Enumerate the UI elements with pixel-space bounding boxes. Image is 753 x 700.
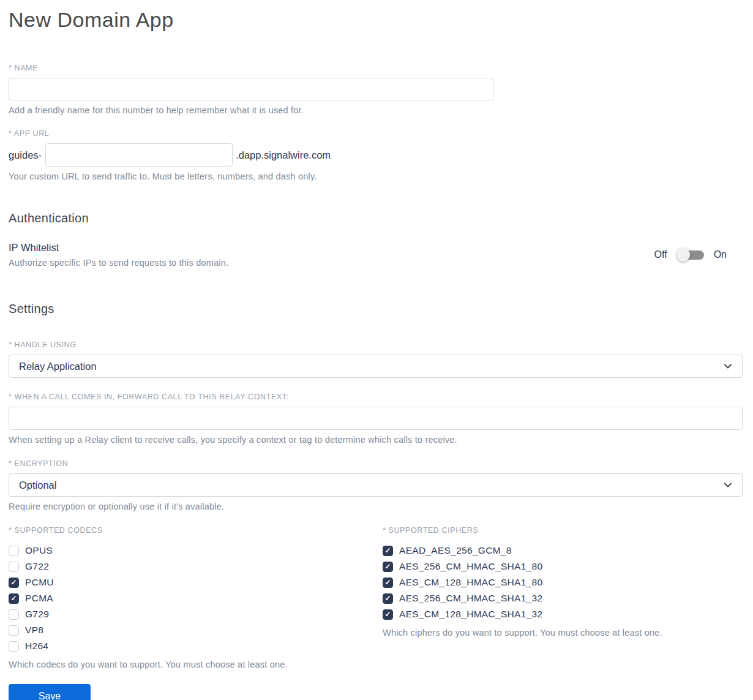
codec-checkbox[interactable]: ✓: [9, 593, 19, 604]
codec-checkbox-row[interactable]: ✓ PCMA: [9, 590, 383, 606]
ip-whitelist-toggle-group: Off On: [654, 247, 743, 262]
toggle-on-label: On: [714, 249, 727, 260]
codec-checkbox[interactable]: ✓: [9, 546, 19, 556]
codec-checkbox-row[interactable]: ✓ G729: [9, 606, 383, 622]
cipher-checkbox-label: AES_256_CM_HMAC_SHA1_80: [399, 561, 542, 572]
handle-using-selected-value: Relay Application: [19, 361, 97, 372]
settings-heading: Settings: [9, 302, 743, 316]
encryption-label: * ENCRYPTION: [9, 459, 743, 468]
relay-context-input[interactable]: [9, 407, 743, 430]
cipher-checkbox-row[interactable]: ✓ AES_CM_128_HMAC_SHA1_80: [383, 574, 743, 590]
cipher-checkbox-label: AEAD_AES_256_GCM_8: [399, 545, 512, 556]
ip-whitelist-label: IP Whitelist: [9, 242, 228, 254]
codec-checkbox-row[interactable]: ✓ OPUS: [9, 543, 383, 559]
codec-checkbox-label: G722: [25, 561, 49, 572]
codec-checkbox[interactable]: ✓: [9, 625, 19, 636]
supported-ciphers-label: * SUPPORTED CIPHERS: [383, 526, 743, 535]
cipher-checkbox-row[interactable]: ✓ AES_CM_128_HMAC_SHA1_32: [383, 606, 743, 622]
relay-context-label: * WHEN A CALL COMES IN, FORWARD CALL TO …: [9, 393, 743, 401]
check-icon: ✓: [384, 595, 391, 602]
app-url-suffix: .dapp.signalwire.com: [236, 149, 331, 161]
authentication-heading: Authentication: [9, 211, 743, 225]
check-icon: ✓: [384, 579, 391, 586]
supported-codecs-label: * SUPPORTED CODECS: [9, 526, 383, 535]
check-icon: ✓: [10, 579, 17, 586]
cipher-checkbox-row[interactable]: ✓ AEAD_AES_256_GCM_8: [383, 543, 743, 559]
relay-context-help-text: When setting up a Relay client to receiv…: [9, 435, 743, 445]
cipher-checkbox[interactable]: ✓: [383, 562, 393, 572]
cipher-checkbox[interactable]: ✓: [383, 578, 393, 588]
cipher-checkbox[interactable]: ✓: [383, 609, 393, 620]
cipher-checkbox-label: AES_256_CM_HMAC_SHA1_32: [399, 593, 542, 604]
name-label: * NAME: [9, 64, 743, 72]
handle-using-label: * HANDLE USING: [9, 341, 743, 349]
ciphers-help-text: Which ciphers do you want to support. Yo…: [383, 628, 743, 638]
ip-whitelist-text-block: IP Whitelist Authorize specific IPs to s…: [9, 242, 228, 268]
ip-whitelist-toggle[interactable]: [676, 247, 705, 262]
encryption-selected-value: Optional: [19, 480, 56, 491]
save-button[interactable]: Save: [9, 684, 91, 700]
ip-whitelist-row: IP Whitelist Authorize specific IPs to s…: [9, 242, 743, 268]
name-input[interactable]: [9, 78, 493, 100]
name-field-group: * NAME Add a friendly name for this numb…: [9, 64, 743, 115]
ip-whitelist-help-text: Authorize specific IPs to send requests …: [9, 258, 228, 268]
codec-checkbox[interactable]: ✓: [9, 641, 19, 652]
relay-context-group: * WHEN A CALL COMES IN, FORWARD CALL TO …: [9, 393, 743, 445]
check-icon: ✓: [384, 563, 391, 570]
app-url-help-text: Your custom URL to send traffic to. Must…: [9, 171, 743, 181]
check-icon: ✓: [10, 595, 17, 602]
toggle-off-label: Off: [654, 249, 667, 260]
cipher-checkbox-row[interactable]: ✓ AES_256_CM_HMAC_SHA1_32: [383, 590, 743, 606]
ciphers-checkbox-list: ✓ AEAD_AES_256_GCM_8 ✓ AES_256_CM_HMAC_S…: [383, 543, 743, 622]
app-url-input[interactable]: [45, 143, 233, 167]
encryption-help-text: Require encryption or optionally use it …: [9, 502, 743, 511]
cipher-checkbox-label: AES_CM_128_HMAC_SHA1_80: [399, 577, 542, 588]
codec-checkbox[interactable]: ✓: [9, 609, 19, 620]
supported-ciphers-column: * SUPPORTED CIPHERS ✓ AEAD_AES_256_GCM_8…: [383, 526, 743, 669]
chevron-down-icon: [724, 481, 732, 489]
codecs-help-text: Which codecs do you want to support. You…: [9, 660, 383, 669]
cipher-checkbox-row[interactable]: ✓ AES_256_CM_HMAC_SHA1_80: [383, 559, 743, 574]
codecs-ciphers-columns: * SUPPORTED CODECS ✓ OPUS ✓ G722 ✓: [9, 526, 743, 669]
codecs-checkbox-list: ✓ OPUS ✓ G722 ✓ PCMU ✓: [9, 543, 383, 654]
app-url-prefix: guides-: [9, 149, 42, 161]
codec-checkbox[interactable]: ✓: [9, 562, 19, 572]
encryption-group: * ENCRYPTION Optional Require encryption…: [9, 459, 743, 511]
codec-checkbox-row[interactable]: ✓ G722: [9, 559, 383, 574]
supported-codecs-column: * SUPPORTED CODECS ✓ OPUS ✓ G722 ✓: [9, 526, 383, 669]
app-url-group: * APP URL guides- .dapp.signalwire.com Y…: [9, 129, 743, 181]
handle-using-select[interactable]: Relay Application: [9, 355, 743, 378]
name-help-text: Add a friendly name for this number to h…: [9, 105, 743, 115]
codec-checkbox-label: G729: [25, 609, 49, 620]
codec-checkbox-label: H264: [25, 641, 48, 652]
codec-checkbox-row[interactable]: ✓ H264: [9, 638, 383, 654]
codec-checkbox-label: PCMA: [25, 593, 53, 604]
cipher-checkbox-label: AES_CM_128_HMAC_SHA1_32: [399, 609, 542, 620]
encryption-select[interactable]: Optional: [9, 473, 743, 497]
new-domain-app-page: New Domain App * NAME Add a friendly nam…: [0, 0, 753, 700]
toggle-knob-icon: [676, 248, 690, 262]
codec-checkbox-label: OPUS: [25, 545, 53, 556]
app-url-row: guides- .dapp.signalwire.com: [9, 143, 743, 167]
cipher-checkbox[interactable]: ✓: [383, 593, 393, 604]
app-url-label: * APP URL: [9, 129, 743, 138]
handle-using-group: * HANDLE USING Relay Application: [9, 341, 743, 378]
codec-checkbox-row[interactable]: ✓ PCMU: [9, 574, 383, 590]
codec-checkbox-label: VP8: [25, 625, 43, 636]
codec-checkbox-label: PCMU: [25, 577, 54, 588]
page-title: New Domain App: [9, 6, 743, 33]
check-icon: ✓: [384, 547, 391, 554]
cipher-checkbox[interactable]: ✓: [383, 546, 393, 556]
check-icon: ✓: [384, 611, 391, 618]
chevron-down-icon: [724, 362, 732, 371]
codec-checkbox[interactable]: ✓: [9, 578, 19, 588]
codec-checkbox-row[interactable]: ✓ VP8: [9, 622, 383, 638]
